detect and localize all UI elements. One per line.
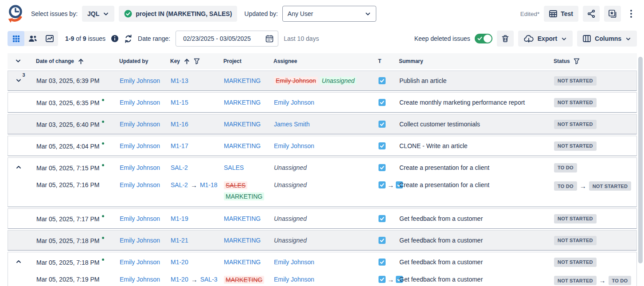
- updated-by-link[interactable]: Emily Johnson: [120, 259, 160, 266]
- table-row-card[interactable]: Mar 03, 2025, 6:35 PMEmily JohnsonM1-15M…: [8, 92, 637, 113]
- col-status[interactable]: Status: [554, 58, 570, 64]
- table-row-card[interactable]: Mar 05, 2025, 7:15 PMEmily JohnsonSAL-2S…: [8, 157, 637, 207]
- col-project[interactable]: Project: [223, 58, 242, 64]
- jql-mode-dropdown[interactable]: JQL: [82, 6, 114, 22]
- project-link[interactable]: SALES: [224, 164, 244, 171]
- chevron-down-icon: [625, 36, 631, 42]
- issue-key-link[interactable]: SAL-2: [171, 181, 188, 188]
- saved-reports-button[interactable]: [604, 6, 621, 22]
- issue-key-link[interactable]: M1-20: [171, 276, 188, 283]
- sort-asc-icon[interactable]: [78, 58, 84, 65]
- view-toggle-users[interactable]: [24, 31, 41, 46]
- issue-key-link[interactable]: SAL-3: [200, 276, 218, 283]
- chart-view-icon: [46, 35, 54, 42]
- project-link[interactable]: MARKETING: [224, 99, 261, 106]
- table-row-card[interactable]: Mar 05, 2025, 7:18 PMEmily JohnsonM1-21M…: [8, 230, 637, 251]
- row-expander-button[interactable]: [15, 258, 23, 267]
- filter-icon[interactable]: [574, 58, 580, 64]
- issue-key-link[interactable]: M1-15: [171, 99, 188, 106]
- updated-by-link[interactable]: Emily Johnson: [120, 237, 160, 244]
- issue-row: Mar 05, 2025, 7:15 PMEmily JohnsonSAL-2S…: [8, 158, 636, 177]
- export-button[interactable]: Export: [518, 31, 573, 47]
- table-row-card[interactable]: Mar 05, 2025, 7:18 PMEmily JohnsonM1-20M…: [8, 252, 637, 286]
- jql-mode-value: JQL: [87, 10, 99, 17]
- assignee-link[interactable]: Emily Johnson: [274, 99, 314, 106]
- project-link[interactable]: MARKETING: [224, 121, 261, 128]
- sort-asc-icon[interactable]: [183, 58, 190, 65]
- updated-by-link[interactable]: Emily Johnson: [120, 164, 160, 171]
- calendar-icon[interactable]: [265, 35, 273, 43]
- task-type-icon: [379, 215, 386, 222]
- table-toolbar: 1-9 of 9 issues Date range: 02/23/2025 -…: [8, 30, 637, 47]
- date-of-change: Mar 05, 2025, 7:18 PM: [29, 259, 120, 266]
- col-date-of-change[interactable]: Date of change: [36, 58, 74, 64]
- col-type[interactable]: T: [378, 58, 381, 64]
- issue-key-link[interactable]: M1-17: [171, 142, 188, 149]
- report-name-button[interactable]: Test: [544, 6, 578, 22]
- table-row-card[interactable]: 3Mar 03, 2025, 6:39 PMEmily JohnsonM1-13…: [8, 71, 637, 91]
- share-button[interactable]: [583, 6, 600, 22]
- col-assignee[interactable]: Assignee: [273, 58, 297, 64]
- info-icon[interactable]: [111, 35, 119, 43]
- updated-by-link[interactable]: Emily Johnson: [120, 121, 160, 128]
- expand-all-button[interactable]: [14, 57, 22, 66]
- date-range-value: 02/23/2025 - 03/05/2025: [183, 35, 251, 42]
- col-key[interactable]: Key: [170, 58, 180, 64]
- issue-key-link[interactable]: M1-18: [200, 181, 218, 188]
- updated-by-link[interactable]: Emily Johnson: [120, 276, 160, 283]
- row-expander-button[interactable]: 3: [15, 76, 23, 86]
- refresh-icon[interactable]: [124, 35, 133, 43]
- date-of-change: Mar 05, 2025, 4:04 PM: [29, 142, 120, 150]
- table-row-card[interactable]: Mar 05, 2025, 7:17 PMEmily JohnsonM1-19M…: [8, 208, 637, 229]
- vertical-scrollbar[interactable]: [638, 57, 643, 263]
- assignee-unassigned: Unassigned: [274, 237, 307, 244]
- updated-by-link[interactable]: Emily Johnson: [120, 142, 160, 149]
- issue-key-link[interactable]: M1-19: [171, 215, 188, 222]
- updated-by-link[interactable]: Emily Johnson: [120, 77, 160, 84]
- updated-by-select[interactable]: Any User: [282, 6, 376, 22]
- issue-key-link[interactable]: M1-21: [171, 237, 188, 244]
- chevron-down-icon: [103, 11, 109, 17]
- issue-key-link[interactable]: M1-20: [171, 259, 188, 266]
- issue-key-link[interactable]: M1-13: [171, 77, 188, 84]
- jql-query-chip[interactable]: project IN (MARKETING, SALES): [119, 6, 237, 22]
- issue-key-link[interactable]: SAL-2: [171, 164, 188, 171]
- filter-icon[interactable]: [194, 58, 200, 64]
- export-label: Export: [538, 35, 557, 42]
- assignee-link[interactable]: Emily Johnson: [274, 276, 314, 283]
- select-issues-by-label: Select issues by:: [31, 10, 78, 17]
- summary-text: Create monthly marketing performance rep…: [399, 99, 554, 106]
- issue-row: Mar 05, 2025, 7:18 PMEmily JohnsonM1-21M…: [8, 231, 636, 250]
- row-expander-button[interactable]: [15, 163, 23, 172]
- date-range-input[interactable]: 02/23/2025 - 03/05/2025: [176, 31, 278, 47]
- summary-text: CLONE - Write an article: [399, 142, 554, 149]
- view-toggle-chart[interactable]: [41, 31, 58, 46]
- project-link[interactable]: MARKETING: [224, 215, 261, 222]
- project-link[interactable]: MARKETING: [224, 77, 261, 84]
- updated-by-link[interactable]: Emily Johnson: [120, 99, 160, 106]
- project-link[interactable]: MARKETING: [224, 259, 261, 266]
- change-arrow-icon: →: [580, 183, 586, 189]
- unread-dot: [102, 121, 104, 123]
- jql-query-text: project IN (MARKETING, SALES): [136, 10, 232, 17]
- table-row-card[interactable]: Mar 05, 2025, 4:04 PMEmily JohnsonM1-17M…: [8, 136, 637, 156]
- view-toggle-table[interactable]: [8, 31, 24, 46]
- updated-by-link[interactable]: Emily Johnson: [120, 215, 160, 222]
- delete-report-button[interactable]: [497, 31, 514, 47]
- project-link[interactable]: MARKETING: [224, 142, 261, 149]
- assignee-link[interactable]: Emily Johnson: [274, 142, 314, 149]
- more-menu-button[interactable]: [625, 6, 637, 22]
- updated-by-link[interactable]: Emily Johnson: [120, 181, 160, 188]
- assignee-link[interactable]: Emily Johnson: [274, 259, 314, 266]
- unread-dot: [102, 215, 104, 217]
- issue-row: Mar 05, 2025, 7:17 PMEmily JohnsonM1-19M…: [8, 209, 636, 228]
- issue-key-link[interactable]: M1-16: [171, 121, 188, 128]
- date-range-hint: Last 10 days: [284, 35, 319, 42]
- table-row-card[interactable]: Mar 03, 2025, 6:40 PMEmily JohnsonM1-16M…: [8, 114, 637, 134]
- assignee-link[interactable]: James Smith: [274, 121, 310, 128]
- col-updated-by[interactable]: Updated by: [119, 58, 148, 64]
- keep-deleted-toggle[interactable]: [475, 34, 492, 43]
- columns-button[interactable]: Columns: [577, 31, 637, 47]
- project-link[interactable]: MARKETING: [224, 237, 261, 244]
- col-summary[interactable]: Summary: [399, 58, 423, 64]
